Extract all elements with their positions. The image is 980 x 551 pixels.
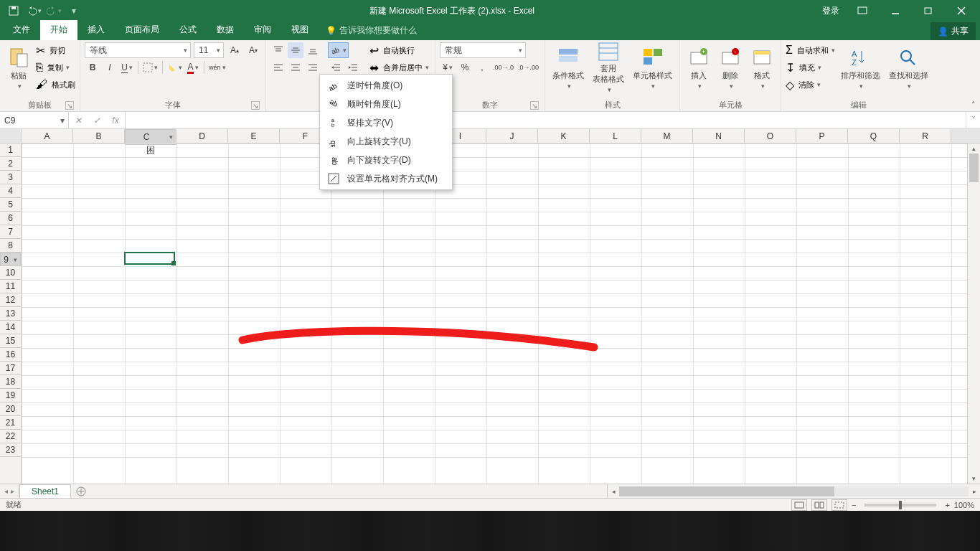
number-format-select[interactable]: 常规 <box>440 42 526 58</box>
col-header-L[interactable]: L <box>590 129 641 143</box>
scroll-left-icon[interactable]: ◂ <box>608 488 619 495</box>
row-header-10[interactable]: 10 <box>0 266 21 280</box>
tab-formulas[interactable]: 公式 <box>169 20 207 40</box>
orientation-button[interactable]: ab▾ <box>328 42 349 58</box>
save-icon[interactable] <box>6 3 22 19</box>
font-name-select[interactable]: 等线 <box>85 42 191 58</box>
col-header-B[interactable]: B <box>73 129 125 143</box>
collapse-ribbon-icon[interactable]: ˄ <box>971 100 976 110</box>
vertical-scrollbar[interactable]: ▴ ▾ <box>967 143 980 484</box>
insert-function-icon[interactable]: fx <box>106 116 125 126</box>
increase-indent-icon[interactable] <box>345 60 361 75</box>
align-top-icon[interactable] <box>270 42 286 58</box>
name-box-dropdown-icon[interactable]: ▾ <box>57 116 68 126</box>
view-page-layout-icon[interactable] <box>811 499 827 511</box>
row-header-7[interactable]: 7 <box>0 225 21 239</box>
row-header-1[interactable]: 1 <box>0 143 21 157</box>
number-dialog-icon[interactable]: ↘ <box>530 101 539 110</box>
col-header-D[interactable]: D <box>176 129 228 143</box>
row-header-2[interactable]: 2 <box>0 157 21 171</box>
comma-format-icon[interactable]: , <box>474 60 490 75</box>
row-header-11[interactable]: 11 <box>0 280 21 293</box>
align-left-icon[interactable] <box>270 60 286 75</box>
cell-styles-button[interactable]: 单元格样式▾ <box>630 42 675 93</box>
find-select-button[interactable]: 查找和选择▾ <box>886 42 931 93</box>
row-header-18[interactable]: 18 <box>0 375 21 389</box>
col-header-P[interactable]: P <box>796 129 848 143</box>
copy-button[interactable]: ⎘复制▾ <box>36 60 75 75</box>
ribbon-display-icon[interactable] <box>847 0 878 22</box>
orientation-ccw[interactable]: ab逆时针角度(O) <box>320 76 452 95</box>
sort-filter-button[interactable]: AZ排序和筛选▾ <box>838 42 883 93</box>
maximize-icon[interactable] <box>913 0 944 22</box>
format-cells-button[interactable]: 格式▾ <box>748 42 776 93</box>
row-header-12[interactable]: 12 <box>0 293 21 307</box>
row-header-16[interactable]: 16 <box>0 348 21 362</box>
table-format-button[interactable]: 套用 表格格式▾ <box>590 42 627 93</box>
active-cell[interactable] <box>124 252 175 265</box>
align-bottom-icon[interactable] <box>305 42 321 58</box>
bold-button[interactable]: B <box>85 60 100 75</box>
clear-button[interactable]: ◇清除▾ <box>786 77 835 93</box>
row-header-9[interactable]: 9 <box>0 253 21 266</box>
hscroll-thumb[interactable] <box>619 486 834 496</box>
vscroll-thumb[interactable] <box>969 154 979 182</box>
align-center-icon[interactable] <box>288 60 303 75</box>
share-button[interactable]: 👤共享 <box>930 22 976 40</box>
row-header-15[interactable]: 15 <box>0 334 21 348</box>
align-right-icon[interactable] <box>305 60 321 75</box>
decrease-font-icon[interactable]: A▾ <box>245 42 261 58</box>
tab-file[interactable]: 文件 <box>3 20 40 40</box>
insert-cells-button[interactable]: +插入▾ <box>684 42 713 93</box>
row-header-21[interactable]: 21 <box>0 416 21 430</box>
name-box[interactable]: C9▾ <box>0 112 69 128</box>
sheet-nav-first-icon[interactable]: ◂ <box>4 487 8 495</box>
merge-center-button[interactable]: ⬌合并后居中▾ <box>369 60 429 75</box>
view-normal-icon[interactable] <box>791 499 807 511</box>
wrap-text-button[interactable]: ↩自动换行 <box>369 42 429 58</box>
orientation-rotate-down[interactable]: ab向下旋转文字(D) <box>320 151 452 169</box>
add-sheet-button[interactable] <box>71 484 91 498</box>
clipboard-dialog-icon[interactable]: ↘ <box>65 101 74 110</box>
align-middle-icon[interactable] <box>288 42 303 58</box>
formula-input[interactable] <box>126 112 966 128</box>
expand-formula-bar-icon[interactable]: ˅ <box>966 112 980 128</box>
row-header-4[interactable]: 4 <box>0 184 21 198</box>
col-header-R[interactable]: R <box>900 129 951 143</box>
zoom-out-icon[interactable]: − <box>852 501 856 509</box>
percent-format-icon[interactable]: % <box>457 60 473 75</box>
paste-button[interactable]: 粘贴▾ <box>4 42 33 93</box>
zoom-in-icon[interactable]: + <box>945 501 949 509</box>
delete-cells-button[interactable]: -删除▾ <box>716 42 745 93</box>
cell-C1[interactable]: 困 <box>125 143 176 157</box>
font-dialog-icon[interactable]: ↘ <box>251 101 260 110</box>
font-color-button[interactable]: A▾ <box>185 60 201 75</box>
row-header-8[interactable]: 8 <box>0 239 21 253</box>
row-header-13[interactable]: 13 <box>0 307 21 321</box>
increase-decimal-icon[interactable]: .00→.0 <box>491 60 515 75</box>
col-header-M[interactable]: M <box>641 129 693 143</box>
format-painter-button[interactable]: 🖌格式刷 <box>36 77 75 93</box>
orientation-cw[interactable]: ab顺时针角度(L) <box>320 95 452 113</box>
tab-view[interactable]: 视图 <box>281 20 319 40</box>
scroll-down-icon[interactable]: ▾ <box>968 474 980 484</box>
select-all-corner[interactable] <box>0 129 22 143</box>
tab-review[interactable]: 审阅 <box>244 20 281 40</box>
row-header-3[interactable]: 3 <box>0 171 21 184</box>
tab-page-layout[interactable]: 页面布局 <box>115 20 169 40</box>
view-page-break-icon[interactable] <box>831 499 847 511</box>
sheet-nav-last-icon[interactable]: ▸ <box>11 487 14 495</box>
autosum-button[interactable]: Σ自动求和▾ <box>786 42 835 58</box>
scroll-right-icon[interactable]: ▸ <box>969 488 980 495</box>
font-size-select[interactable]: 11 <box>194 42 224 58</box>
enter-formula-icon[interactable]: ✓ <box>88 116 106 126</box>
row-header-23[interactable]: 23 <box>0 443 21 457</box>
login-button[interactable]: 登录 <box>816 0 845 22</box>
underline-button[interactable]: U▾ <box>119 60 135 75</box>
row-header-6[interactable]: 6 <box>0 212 21 225</box>
tab-insert[interactable]: 插入 <box>77 20 115 40</box>
redo-icon[interactable]: ▾ <box>46 3 62 19</box>
col-header-K[interactable]: K <box>538 129 590 143</box>
col-header-J[interactable]: J <box>486 129 538 143</box>
orientation-vertical[interactable]: ab竖排文字(V) <box>320 113 452 132</box>
